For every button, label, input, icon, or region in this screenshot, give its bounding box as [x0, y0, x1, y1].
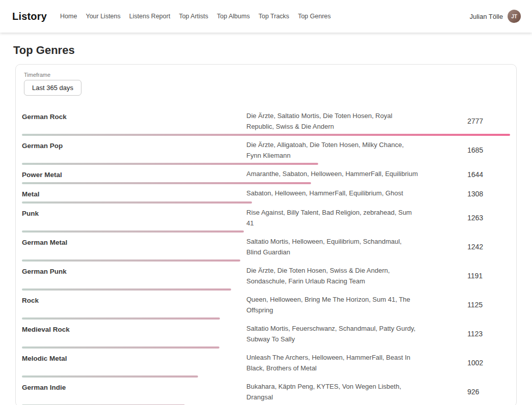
- genre-artists: Saltatio Mortis, Feuerschwanz, Schandmau…: [246, 323, 418, 344]
- nav-item-top-genres[interactable]: Top Genres: [298, 13, 331, 20]
- genre-row: Medieval Rock Saltatio Mortis, Feuerschw…: [22, 320, 510, 349]
- genre-name: German Indie: [22, 381, 246, 393]
- nav-item-listens-report[interactable]: Listens Report: [129, 13, 171, 20]
- genre-artists: Amaranthe, Sabaton, Helloween, HammerFal…: [246, 168, 418, 179]
- genre-row: German Punk Die Ärzte, Die Toten Hosen, …: [22, 262, 510, 291]
- user-name[interactable]: Julian Tölle: [469, 13, 503, 20]
- appbar-right: Julian Tölle JT: [469, 10, 521, 23]
- top-genres-card: Timeframe Last 365 days German Rock Die …: [15, 64, 517, 405]
- genre-row: Melodic Metal Unleash The Archers, Hello…: [22, 349, 510, 378]
- timeframe-label: Timeframe: [24, 72, 508, 78]
- genre-name: German Rock: [22, 110, 246, 122]
- genre-name: Medieval Rock: [22, 323, 246, 335]
- genre-row: German Indie Bukahara, Käptn Peng, KYTES…: [22, 378, 510, 405]
- app-bar: Listory HomeYour ListensListens ReportTo…: [0, 0, 532, 33]
- genre-count: 1685: [467, 146, 510, 154]
- genre-name: German Punk: [22, 265, 246, 277]
- genre-name: German Pop: [22, 139, 246, 151]
- genre-count: 1125: [467, 301, 510, 309]
- nav-item-top-tracks[interactable]: Top Tracks: [259, 13, 289, 20]
- timeframe-block: Timeframe Last 365 days: [24, 72, 508, 96]
- timeframe-select[interactable]: Last 365 days: [24, 80, 81, 96]
- genre-count: 926: [467, 388, 510, 396]
- genre-row: German Metal Saltatio Mortis, Helloween,…: [22, 233, 510, 262]
- genre-count: 1002: [467, 359, 510, 367]
- genre-count: 1242: [467, 243, 510, 251]
- genre-artists: Sabaton, Helloween, HammerFall, Equilibr…: [246, 188, 418, 198]
- user-avatar[interactable]: JT: [508, 10, 521, 23]
- genre-row: Punk Rise Against, Billy Talent, Bad Rel…: [22, 204, 510, 233]
- genre-artists: Saltatio Mortis, Helloween, Equilibrium,…: [246, 236, 418, 257]
- nav-item-home[interactable]: Home: [60, 13, 77, 20]
- nav-item-top-artists[interactable]: Top Artists: [179, 13, 208, 20]
- genre-artists: Unleash The Archers, Helloween, HammerFa…: [246, 352, 418, 373]
- nav-item-your-listens[interactable]: Your Listens: [86, 13, 120, 20]
- genre-artists: Bukahara, Käptn Peng, KYTES, Von Wegen L…: [246, 381, 418, 402]
- genre-count: 2777: [467, 117, 510, 125]
- genre-name: Punk: [22, 207, 246, 219]
- nav-item-top-albums[interactable]: Top Albums: [217, 13, 250, 20]
- genre-count: 1263: [467, 214, 510, 222]
- genre-name: German Metal: [22, 236, 246, 248]
- genre-count: 1191: [467, 272, 510, 280]
- genre-row: Rock Queen, Helloween, Bring Me The Hori…: [22, 291, 510, 320]
- genre-artists: Die Ärzte, Die Toten Hosen, Swiss & Die …: [246, 265, 418, 286]
- nav-links: HomeYour ListensListens ReportTop Artist…: [60, 13, 331, 20]
- genre-row: German Pop Die Ärzte, Alligatoah, Die To…: [22, 136, 510, 165]
- genre-count: 1123: [467, 330, 510, 338]
- genre-artists: Die Ärzte, Saltatio Mortis, Die Toten Ho…: [246, 110, 418, 132]
- app-logo[interactable]: Listory: [12, 11, 47, 22]
- genre-artists: Queen, Helloween, Bring Me The Horizon, …: [246, 294, 418, 315]
- genre-artists: Rise Against, Billy Talent, Bad Religion…: [246, 207, 418, 228]
- genre-row: Power Metal Amaranthe, Sabaton, Hellowee…: [22, 165, 510, 184]
- genre-count: 1308: [467, 190, 510, 198]
- genre-artists: Die Ärzte, Alligatoah, Die Toten Hosen, …: [246, 139, 418, 161]
- genre-row: German Rock Die Ärzte, Saltatio Mortis, …: [22, 107, 510, 136]
- genre-count: 1644: [467, 170, 510, 179]
- genre-row: Metal Sabaton, Helloween, HammerFall, Eq…: [22, 184, 510, 204]
- genre-name: Rock: [22, 294, 246, 306]
- genre-name: Melodic Metal: [22, 352, 246, 364]
- genre-name: Metal: [22, 188, 246, 199]
- genre-table: German Rock Die Ärzte, Saltatio Mortis, …: [22, 107, 510, 405]
- genre-name: Power Metal: [22, 168, 246, 180]
- page-title: Top Genres: [0, 33, 532, 64]
